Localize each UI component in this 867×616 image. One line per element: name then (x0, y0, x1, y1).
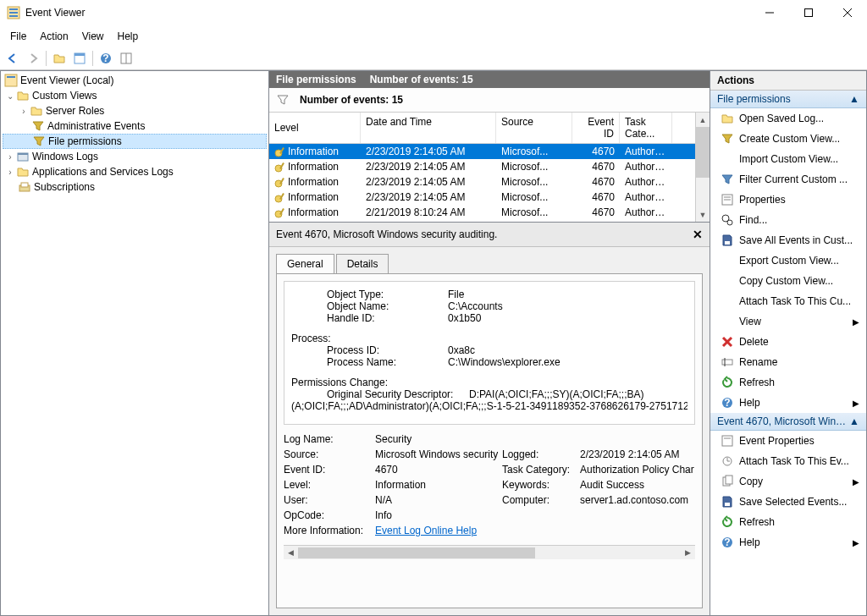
tree-windows-logs[interactable]: › Windows Logs (3, 149, 267, 164)
close-button[interactable] (828, 0, 867, 25)
navigation-tree[interactable]: Event Viewer (Local) ⌄ Custom Views › Se… (0, 70, 269, 616)
properties-icon (721, 434, 734, 448)
scroll-down-icon[interactable]: ▼ (696, 207, 710, 222)
tree-subscriptions[interactable]: Subscriptions (3, 179, 267, 195)
tb-pane-icon[interactable] (117, 49, 135, 68)
minimize-button[interactable] (750, 0, 789, 25)
svg-text:?: ? (102, 52, 108, 64)
center-title: File permissions (276, 74, 356, 85)
tb-folder-icon[interactable] (50, 49, 69, 68)
scroll-right-icon[interactable]: ▶ (681, 548, 695, 557)
action-save-selected[interactable]: Save Selected Events... (710, 492, 866, 512)
svg-rect-35 (725, 241, 730, 245)
filter-text: Number of events: 15 (300, 94, 403, 106)
forward-button[interactable] (24, 49, 42, 68)
action-create-custom-view[interactable]: Create Custom View... (710, 129, 866, 149)
window-title: Event Viewer (25, 7, 85, 19)
expand-icon[interactable]: › (4, 168, 16, 177)
detail-header: Event 4670, Microsoft Windows security a… (269, 223, 710, 247)
menu-action[interactable]: Action (33, 27, 75, 46)
back-button[interactable] (3, 49, 22, 68)
filter-row: Number of events: 15 (269, 88, 710, 113)
action-view[interactable]: View▶ (710, 311, 866, 332)
action-find[interactable]: Find... (710, 210, 866, 230)
tree-file-permissions[interactable]: File permissions (3, 134, 267, 149)
action-export-custom[interactable]: Export Custom View... (710, 250, 866, 271)
collapse-icon: ▲ (849, 415, 859, 427)
svg-text:?: ? (724, 536, 730, 548)
help-icon: ? (721, 536, 734, 549)
properties-icon (721, 193, 734, 206)
expand-icon[interactable]: › (4, 152, 16, 162)
col-level[interactable]: Level (269, 113, 361, 143)
detail-close-button[interactable]: ✕ (693, 228, 703, 241)
tree-server-roles[interactable]: › Server Roles (3, 103, 267, 118)
event-row[interactable]: Information2/23/2019 2:14:05 AMMicrosof.… (269, 159, 695, 174)
filter-icon (31, 119, 45, 133)
tb-help-icon[interactable]: ? (97, 49, 115, 68)
action-refresh[interactable]: Refresh (710, 372, 866, 393)
folder-icon (16, 165, 30, 179)
menu-file[interactable]: File (3, 27, 33, 46)
tab-general[interactable]: General (276, 254, 334, 273)
actions-title: Actions (710, 71, 866, 91)
refresh-icon (721, 376, 734, 389)
event-row[interactable]: Information2/21/2019 8:10:24 AMMicrosof.… (269, 205, 695, 220)
col-id[interactable]: Event ID (572, 113, 620, 143)
event-row[interactable]: Information2/23/2019 2:14:05 AMMicrosof.… (269, 174, 695, 190)
svg-rect-17 (18, 153, 28, 155)
help-icon: ? (721, 396, 734, 410)
action-delete[interactable]: Delete (710, 332, 866, 352)
scroll-up-icon[interactable]: ▲ (696, 113, 710, 127)
tab-details[interactable]: Details (336, 254, 389, 273)
folder-icon (30, 104, 43, 118)
svg-rect-42 (722, 436, 732, 446)
event-list-header[interactable]: Level Date and Time Source Event ID Task… (269, 113, 695, 144)
delete-icon (721, 335, 734, 349)
center-count: Number of events: 15 (370, 74, 473, 85)
actions-section-event[interactable]: Event 4670, Microsoft Wind...▲ (710, 413, 866, 431)
attach-icon (721, 454, 734, 468)
tree-admin-events[interactable]: Administrative Events (3, 118, 267, 134)
action-refresh-event[interactable]: Refresh (710, 512, 866, 532)
action-copy[interactable]: Copy▶ (710, 471, 866, 492)
action-attach-task-event[interactable]: Attach Task To This Ev... (710, 451, 866, 471)
event-row[interactable]: Information2/23/2019 2:14:05 AMMicrosof.… (269, 190, 695, 205)
tree-custom-views[interactable]: ⌄ Custom Views (3, 88, 267, 103)
collapse-icon: ▲ (849, 93, 859, 105)
action-attach-task[interactable]: Attach Task To This Cu... (710, 291, 866, 311)
tb-props-icon[interactable] (70, 49, 89, 68)
action-import-custom-view[interactable]: Import Custom View... (710, 149, 866, 169)
filter-icon (276, 93, 290, 107)
rename-icon (721, 355, 734, 369)
action-filter-current[interactable]: Filter Current Custom ... (710, 169, 866, 190)
col-task[interactable]: Task Cate... (620, 113, 672, 143)
save-icon (721, 234, 734, 247)
action-properties[interactable]: Properties (710, 190, 866, 210)
action-save-all[interactable]: Save All Events in Cust... (710, 230, 866, 250)
event-row[interactable]: Information2/23/2019 2:14:05 AMMicrosof.… (269, 144, 695, 159)
menu-help[interactable]: Help (111, 27, 146, 46)
maximize-button[interactable] (789, 0, 828, 25)
action-rename[interactable]: Rename (710, 352, 866, 372)
menu-view[interactable]: View (75, 27, 111, 46)
expand-icon[interactable]: › (18, 107, 30, 116)
online-help-link[interactable]: Event Log Online Help (375, 525, 477, 536)
action-help[interactable]: ?Help▶ (710, 393, 866, 413)
tree-root[interactable]: Event Viewer (Local) (3, 73, 267, 88)
filter-icon (32, 135, 46, 148)
action-event-properties[interactable]: Event Properties (710, 431, 866, 451)
tree-app-service-logs[interactable]: › Applications and Services Logs (3, 164, 267, 179)
detail-hscroll[interactable]: ◀ ▶ (284, 545, 695, 559)
app-icon (7, 6, 20, 19)
scroll-left-icon[interactable]: ◀ (284, 548, 298, 557)
col-source[interactable]: Source (496, 113, 572, 143)
list-scrollbar[interactable]: ▲ ▼ (695, 113, 710, 222)
actions-section-filepermissions[interactable]: File permissions▲ (710, 91, 866, 108)
col-date[interactable]: Date and Time (361, 113, 496, 143)
event-detail-text: Object Type:File Object Name:C:\Accounts… (284, 281, 695, 425)
action-copy-custom[interactable]: Copy Custom View... (710, 271, 866, 291)
collapse-icon[interactable]: ⌄ (4, 91, 16, 101)
action-open-saved-log[interactable]: Open Saved Log... (710, 108, 866, 129)
action-help-event[interactable]: ?Help▶ (710, 532, 866, 553)
